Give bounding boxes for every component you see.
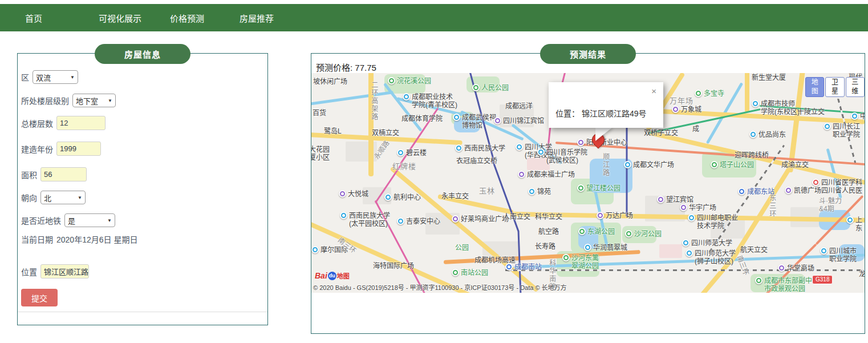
- map-label-text: 成都南站: [514, 264, 542, 272]
- map-type-button-1[interactable]: 地图: [805, 77, 824, 97]
- dropdown-arrow-icon: ▼: [107, 218, 112, 223]
- map-label-text: 望江宾馆: [666, 196, 693, 204]
- floor-level-select[interactable]: 地下室▼: [72, 94, 116, 107]
- submit-button[interactable]: 提交: [21, 289, 58, 306]
- current-date-label: 当前日期: [21, 233, 53, 245]
- green-poi-pin-icon: [388, 77, 395, 84]
- orientation-select[interactable]: 北▼: [40, 191, 86, 204]
- map-label-text: 衣冠庙立交桥: [456, 158, 497, 166]
- dropdown-arrow-icon: ▼: [108, 98, 112, 103]
- map-label: 成都来福士广场: [518, 171, 575, 179]
- form-row-current-date: 当前日期2020年12月6日 星期日: [21, 233, 137, 245]
- popup-location-text: 位置： 锦江区顺江路49号: [555, 107, 646, 119]
- total-floors-input[interactable]: 12: [56, 116, 106, 130]
- map-label: 沙河公园: [625, 231, 662, 239]
- map-label: 迎晖跨线桥: [735, 152, 769, 160]
- map-label: 航天立交: [740, 247, 768, 255]
- orientation-selected-value: 北: [44, 192, 51, 203]
- map-label: 科华立交: [535, 213, 562, 221]
- map-label-text: 中: [860, 113, 865, 121]
- map-label-text: 优品尚东: [759, 131, 786, 139]
- purple-poi-pin-icon: [452, 215, 459, 223]
- map-label-text: 四川邮电职业 技术学院: [697, 215, 738, 231]
- blue-poi-pin-icon: [397, 217, 404, 225]
- map-label-text: 好莱坞商业广场: [461, 216, 509, 224]
- map-label: 成都职业技术 学院(青羊校区): [403, 94, 457, 110]
- purple-poi-pin-icon: [785, 187, 792, 194]
- map-label: 双桥子立交: [644, 130, 678, 138]
- map-label-text: 成都市东部副中心 市政景观公园: [764, 277, 819, 293]
- green-poi-pin-icon: [711, 161, 718, 168]
- map-label: 成都市东部副中心 市政景观公园: [755, 277, 819, 293]
- blue-poi-pin-icon: [820, 247, 828, 255]
- map-label: 成都远洋: [505, 103, 533, 111]
- map-label: 四川师范大学: [682, 240, 732, 248]
- map-label-text: 四川城市 职业学院: [829, 248, 857, 264]
- nav-item-2[interactable]: 可视化展示: [99, 12, 141, 24]
- location-input[interactable]: 锦江区顺江路49号: [40, 264, 89, 279]
- map-label: 红牌楼: [392, 163, 416, 171]
- map-label: 西南民族大学: [455, 145, 505, 153]
- district-select[interactable]: 双流▼: [33, 70, 78, 84]
- map-label-text: 人民公园: [481, 84, 509, 92]
- map-label-text: 望江楼公园: [586, 185, 620, 193]
- map-label-text: 二环高架路: [370, 81, 378, 121]
- map-label-text: 四川音乐学院 (武侯校区): [546, 149, 587, 165]
- nav-item-4[interactable]: 房屋推荐: [240, 12, 274, 24]
- map-label-text: 双楠立交: [372, 130, 399, 138]
- map-label-text: 华宇广场: [689, 204, 716, 212]
- map-label-text: 成都来福士广场: [527, 171, 575, 179]
- map-label-text: 龙: [859, 271, 865, 279]
- map-label-text: 成都远洋: [505, 103, 533, 111]
- form-row-location: 位置锦江区顺江路49号: [21, 264, 89, 279]
- river: [311, 91, 394, 106]
- map-label: 南站公园: [452, 269, 488, 277]
- map-label: 西南民族大学 (太平园校区): [340, 212, 390, 228]
- road: [745, 73, 749, 112]
- map-label-text: 顺江路: [601, 153, 609, 177]
- purple-poi-pin-icon: [657, 196, 664, 203]
- map-label: 四川长江 职业学院: [824, 123, 860, 139]
- map-label: 多宝寺: [695, 90, 724, 98]
- map-label-text: 万象城: [681, 106, 701, 114]
- baidu-map[interactable]: 坡休闲广场二环高架路浣花溪公园人民公园成都职业技术 学院(青羊校区)百货成都远洋…: [311, 73, 865, 293]
- map-label-text: 沙河公园: [634, 231, 662, 239]
- map-label-text: 红牌楼: [392, 163, 416, 171]
- purple-poi-pin-icon: [680, 204, 687, 211]
- map-label: 大悦城: [339, 191, 368, 199]
- map-label: 长寿路: [535, 243, 555, 251]
- purple-poi-pin-icon: [518, 171, 525, 178]
- nav-item-1[interactable]: 首页: [25, 12, 42, 24]
- popup-tail: [595, 127, 613, 141]
- form-row-build-year: 建造年份1999: [21, 142, 101, 156]
- map-label-text: 航空路: [538, 228, 559, 236]
- map-label-text: 四川锦江宾馆: [503, 118, 544, 126]
- red-poi-pin-icon: [812, 179, 820, 186]
- map-label: 四川城市 职业学院: [820, 248, 857, 264]
- green-poi-pin-icon: [452, 269, 459, 276]
- form-row-area: 面积56: [21, 167, 87, 181]
- map-label: 东三环: [768, 194, 776, 218]
- nav-item-3[interactable]: 价格预测: [170, 12, 204, 24]
- build-year-input[interactable]: 1999: [56, 142, 101, 156]
- map-label: 坡休闲广场: [313, 78, 347, 86]
- baidu-logo: Bai du 地图: [315, 271, 350, 280]
- map-label-text: 海特国际广场: [373, 263, 414, 271]
- map-label: 华堂商场: [778, 265, 814, 273]
- near-subway-label: 是否近地铁: [21, 215, 61, 226]
- purple-poi-pin-icon: [672, 106, 679, 113]
- map-label-text: 人南立交: [503, 213, 530, 221]
- map-type-button-2[interactable]: 卫星: [825, 77, 844, 97]
- near-subway-select[interactable]: 是▼: [64, 213, 115, 227]
- map-label-text: 成都东站: [747, 188, 774, 196]
- map-label: 万年场: [670, 97, 693, 106]
- area-input[interactable]: 56: [40, 167, 87, 181]
- map-label-text: 锦苑: [537, 188, 551, 196]
- map-type-button-3[interactable]: 三维: [846, 77, 865, 97]
- popup-close-icon[interactable]: ×: [651, 87, 656, 95]
- floor-level-label: 所处楼层级别: [21, 95, 69, 106]
- map-label-text: 吉泰安中心: [406, 218, 440, 226]
- blue-poi-pin-icon: [752, 100, 759, 107]
- baidu-logo-paw-icon: du: [328, 272, 336, 280]
- map-label-text: 成都文华广场: [633, 162, 674, 170]
